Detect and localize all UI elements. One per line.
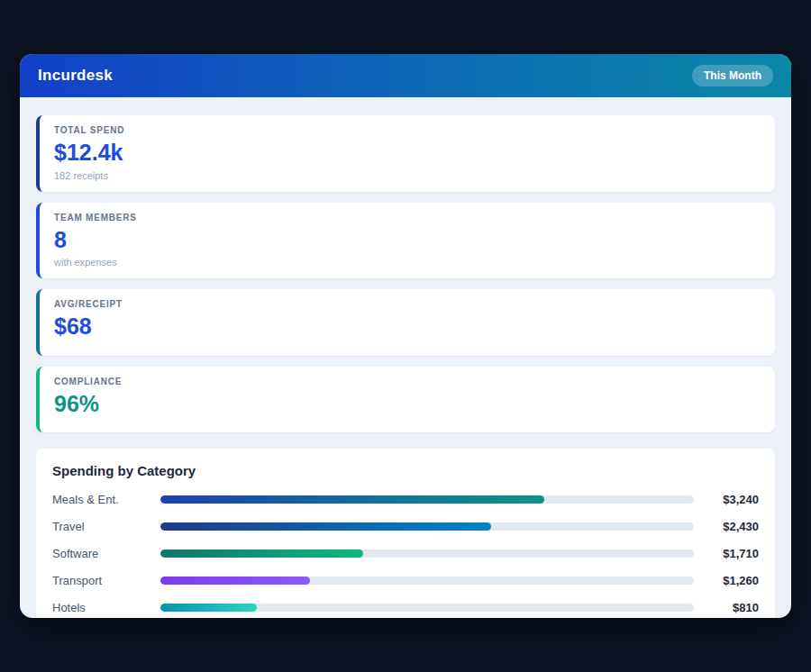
stat-value: $12.4k bbox=[54, 141, 761, 166]
category-bar-track bbox=[160, 495, 694, 504]
category-bar-track bbox=[160, 522, 694, 531]
category-label: Hotels bbox=[52, 601, 160, 614]
category-amount: $1,260 bbox=[694, 574, 759, 587]
app-title: Incurdesk bbox=[38, 67, 113, 85]
stat-card-team-members: TEAM MEMBERS 8 with expenses bbox=[36, 203, 775, 279]
category-row-transport: Transport $1,260 bbox=[52, 574, 759, 587]
spending-by-category-card: Spending by Category Meals & Ent. $3,240… bbox=[36, 449, 775, 618]
category-bar-fill bbox=[160, 495, 544, 504]
category-label: Transport bbox=[52, 574, 160, 587]
category-row-hotels: Hotels $810 bbox=[52, 601, 759, 614]
stat-label: AVG/RECEIPT bbox=[54, 299, 761, 309]
category-bar-fill bbox=[160, 549, 363, 558]
stat-value: 8 bbox=[54, 228, 761, 253]
category-bar-fill bbox=[160, 522, 491, 531]
category-amount: $3,240 bbox=[694, 493, 759, 506]
dashboard-content: TOTAL SPEND $12.4k 182 receipts TEAM MEM… bbox=[20, 97, 791, 618]
category-row-software: Software $1,710 bbox=[52, 547, 759, 560]
stat-label: TEAM MEMBERS bbox=[54, 213, 761, 222]
category-label: Software bbox=[52, 547, 160, 560]
app-header: Incurdesk This Month bbox=[20, 54, 791, 97]
category-amount: $810 bbox=[694, 601, 759, 614]
stat-subtext: with expenses bbox=[54, 257, 761, 268]
category-bar-track bbox=[160, 577, 694, 585]
stat-label: COMPLIANCE bbox=[54, 377, 761, 386]
category-row-meals: Meals & Ent. $3,240 bbox=[52, 493, 759, 506]
stat-value: $68 bbox=[54, 314, 761, 340]
period-badge[interactable]: This Month bbox=[692, 65, 773, 86]
chart-title: Spending by Category bbox=[52, 463, 759, 478]
category-row-travel: Travel $2,430 bbox=[52, 520, 759, 533]
stat-label: TOTAL SPEND bbox=[54, 125, 761, 135]
stat-value: 96% bbox=[54, 392, 761, 417]
category-bar-fill bbox=[160, 577, 310, 585]
category-bar-track bbox=[160, 604, 694, 612]
category-label: Meals & Ent. bbox=[52, 493, 160, 506]
stat-subtext: 182 receipts bbox=[54, 170, 761, 181]
category-bar-fill bbox=[160, 604, 257, 612]
category-label: Travel bbox=[52, 520, 160, 533]
dashboard-panel: Incurdesk This Month TOTAL SPEND $12.4k … bbox=[20, 54, 791, 618]
stat-card-total-spend: TOTAL SPEND $12.4k 182 receipts bbox=[36, 115, 775, 192]
stat-card-avg-receipt: AVG/RECEIPT $68 bbox=[36, 289, 775, 356]
category-bar-track bbox=[160, 549, 694, 558]
category-amount: $1,710 bbox=[694, 547, 759, 560]
stat-card-compliance: COMPLIANCE 96% bbox=[36, 367, 775, 433]
category-amount: $2,430 bbox=[694, 520, 759, 533]
